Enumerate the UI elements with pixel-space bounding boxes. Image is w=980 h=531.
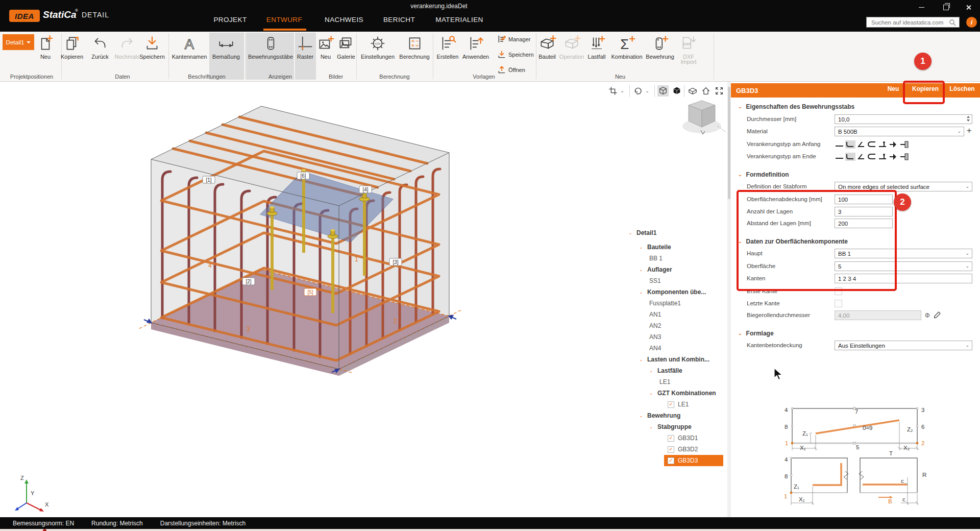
raster-button[interactable]: Raster bbox=[295, 34, 315, 60]
bild-neu-button[interactable]: Neu bbox=[316, 34, 335, 60]
group-label-daten: Daten bbox=[115, 74, 130, 80]
tree-item-le1-check[interactable]: ✓LE1 bbox=[625, 399, 726, 410]
info-icon[interactable]: i bbox=[966, 17, 977, 28]
chevron-down-icon: ⌄ bbox=[965, 184, 969, 189]
berechnung-button[interactable]: + − × ÷ Berechnung bbox=[397, 34, 432, 60]
detail-selector[interactable]: Detail1 bbox=[3, 34, 34, 50]
tree-item-detail1[interactable]: ⌄Detail1 bbox=[625, 227, 726, 238]
bewehrung-button[interactable]: Bewehrung bbox=[645, 34, 675, 60]
tree-item-lasten[interactable]: ⌄Lasten und Kombin... bbox=[625, 354, 726, 365]
durchmesser-input[interactable]: 10,0 bbox=[835, 114, 972, 124]
tab-nachweis[interactable]: NACHWEIS bbox=[325, 16, 363, 23]
search-box[interactable] bbox=[866, 17, 960, 28]
checkbox-checked[interactable]: ✓ bbox=[668, 457, 674, 464]
maximize-button[interactable] bbox=[938, 2, 953, 12]
letzte-kante-checkbox[interactable] bbox=[835, 300, 842, 307]
checkbox-checked[interactable]: ✓ bbox=[668, 435, 674, 442]
svg-text:[4]: [4] bbox=[362, 187, 368, 192]
section-formlage[interactable]: ⌄ Formlage bbox=[738, 330, 774, 337]
stabform-label: Definition der Stabform bbox=[747, 183, 807, 189]
viewport-scrollbar-thumb[interactable] bbox=[728, 87, 730, 199]
tab-projekt[interactable]: PROJEKT bbox=[213, 16, 247, 23]
tree-item-komponenten[interactable]: ⌄Komponenten übe... bbox=[625, 286, 726, 298]
maximize-icon bbox=[943, 5, 949, 10]
tree-item-bewehrung[interactable]: ⌄Bewehrung bbox=[625, 410, 726, 421]
expander-icon[interactable]: ⌄ bbox=[639, 413, 647, 418]
rotate-view-button[interactable] bbox=[632, 85, 644, 96]
wireframe-view-button[interactable] bbox=[657, 85, 669, 96]
edit-pencil-icon[interactable] bbox=[933, 311, 941, 319]
kopieren-button[interactable]: Kopieren bbox=[58, 34, 86, 60]
tab-materialien[interactable]: MATERIALIEN bbox=[435, 16, 483, 23]
vorlagen-manager-button[interactable]: Manager bbox=[497, 35, 530, 44]
kantennamen-button[interactable]: A Kantennamen bbox=[169, 34, 210, 60]
expander-icon[interactable]: ⌄ bbox=[639, 357, 647, 362]
anchor-type-end-selector[interactable] bbox=[835, 152, 911, 161]
vorlage-speichern-button[interactable]: Speichern bbox=[497, 50, 534, 59]
section-expander-icon[interactable]: ⌄ bbox=[738, 331, 742, 336]
expander-icon[interactable]: ⌄ bbox=[649, 391, 657, 396]
tree-item-gzt-kombinationen[interactable]: ⌄GZT Kombinationen bbox=[625, 388, 726, 399]
crop-view-button[interactable] bbox=[607, 85, 619, 96]
minimize-button[interactable] bbox=[914, 2, 929, 12]
tree-item-an4[interactable]: AN4 bbox=[625, 343, 726, 354]
close-button[interactable] bbox=[961, 2, 976, 12]
tree-item-gb3d1[interactable]: ✓GB3D1 bbox=[625, 432, 726, 444]
viewport-3d[interactable]: 1 2 3 4 [1] [2] [3] [4] [6] [5] Z Y bbox=[0, 82, 731, 517]
tree-item-lastfaelle[interactable]: ⌄Lastfälle bbox=[625, 365, 726, 376]
kantenbeton-dropdown[interactable]: Aus Einstellungen ⌄ bbox=[835, 341, 972, 350]
tree-item-stabgruppe[interactable]: ⌄Stabgruppe bbox=[625, 421, 726, 432]
speichern-button[interactable]: Speichern bbox=[137, 34, 167, 60]
neu-projekt-button[interactable]: Neu bbox=[34, 34, 57, 60]
tree-item-le1[interactable]: LE1 bbox=[625, 376, 726, 388]
kombination-button[interactable]: Σ Kombination bbox=[609, 34, 645, 60]
bauteil-button[interactable]: Bauteil bbox=[535, 34, 559, 60]
expander-icon[interactable]: ⌄ bbox=[649, 424, 657, 429]
navigation-cube[interactable] bbox=[678, 94, 726, 140]
material-dropdown[interactable]: B 500B ⌄ bbox=[835, 127, 964, 136]
section-expander-icon[interactable]: ⌄ bbox=[738, 104, 742, 109]
svg-text:Z₁: Z₁ bbox=[802, 430, 808, 437]
tree-item-bb1[interactable]: BB 1 bbox=[625, 253, 726, 264]
crop-view-dropdown[interactable]: ⌄ bbox=[619, 85, 626, 96]
panel-loeschen-button[interactable]: Löschen bbox=[946, 82, 978, 96]
checkbox-checked[interactable]: ✓ bbox=[668, 401, 674, 408]
panel-neu-button[interactable]: Neu bbox=[882, 82, 904, 96]
tree-item-an1[interactable]: AN1 bbox=[625, 309, 726, 320]
lastfall-button[interactable]: Lastfall bbox=[585, 34, 608, 60]
material-add-button[interactable]: + bbox=[967, 126, 971, 135]
tab-entwurf[interactable]: ENTWURF bbox=[266, 16, 302, 23]
expander-icon[interactable]: ⌄ bbox=[628, 230, 636, 235]
bewehrungsstaebe-button[interactable]: Bewehrungsstäbe bbox=[247, 34, 295, 60]
tree-item-auflager[interactable]: ⌄Auflager bbox=[625, 264, 726, 275]
tree-item-an2[interactable]: AN2 bbox=[625, 320, 726, 331]
rotate-view-dropdown[interactable]: ⌄ bbox=[644, 85, 651, 96]
tree-item-fussplatte1[interactable]: Fussplatte1 bbox=[625, 298, 726, 309]
expander-icon[interactable]: ⌄ bbox=[639, 245, 647, 250]
spinner-stepper[interactable] bbox=[967, 116, 970, 122]
expander-icon[interactable]: ⌄ bbox=[639, 289, 647, 295]
expander-icon[interactable]: ⌄ bbox=[649, 368, 657, 373]
scene-3d-canvas[interactable]: 1 2 3 4 [1] [2] [3] [4] [6] [5] Z Y bbox=[0, 82, 731, 517]
tree-item-ss1[interactable]: SS1 bbox=[625, 275, 726, 286]
search-input[interactable] bbox=[870, 19, 949, 26]
galerie-button[interactable]: Galerie bbox=[335, 34, 357, 60]
tree-item-gb3d2[interactable]: ✓GB3D2 bbox=[625, 444, 726, 455]
vorlage-erstellen-button[interactable]: Erstellen bbox=[434, 34, 461, 60]
vorlage-anwenden-button[interactable]: Anwenden bbox=[461, 34, 490, 60]
tree-item-an3[interactable]: AN3 bbox=[625, 331, 726, 343]
expander-icon[interactable]: ⌄ bbox=[639, 267, 647, 272]
bemassung-button[interactable]: Bemaßung bbox=[210, 34, 242, 60]
tab-bericht[interactable]: BERICHT bbox=[383, 16, 415, 23]
tree-item-gb3d3-selected[interactable]: ✓GB3D3 bbox=[664, 455, 723, 466]
section-expander-icon[interactable]: ⌄ bbox=[738, 172, 742, 177]
vorlage-oeffnen-button[interactable]: Öffnen bbox=[497, 65, 525, 75]
tree-item-bauteile[interactable]: ⌄Bauteile bbox=[625, 242, 726, 253]
anchor-type-start-selector[interactable] bbox=[835, 140, 911, 149]
section-eigenschaften[interactable]: ⌄ Eigenschaften des Bewehrungsstabs bbox=[738, 103, 854, 110]
zurueck-button[interactable]: Zurück bbox=[88, 34, 112, 60]
section-formdefinition[interactable]: ⌄ Formdefinition bbox=[738, 171, 789, 178]
einstellungen-button[interactable]: </> Einstellungen bbox=[358, 34, 397, 60]
checkbox-checked[interactable]: ✓ bbox=[668, 446, 674, 453]
svg-text:7: 7 bbox=[855, 408, 858, 415]
